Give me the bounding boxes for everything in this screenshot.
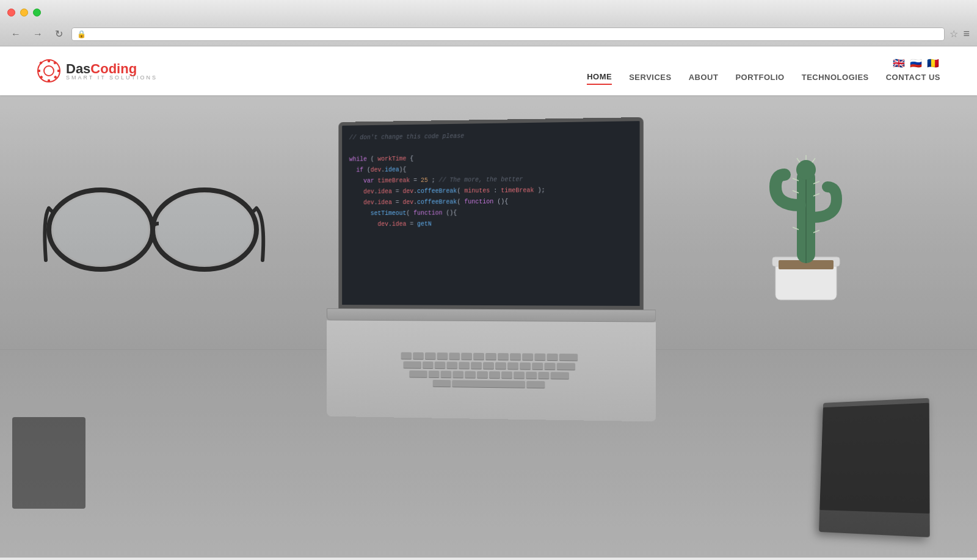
svg-rect-4	[37, 70, 40, 72]
svg-line-30	[812, 158, 815, 162]
main-nav: HOME SERVICES ABOUT PORTFOLIO TECHNOLOGI…	[587, 72, 940, 85]
close-button[interactable]	[7, 9, 15, 16]
laptop-screen: // don't change this code please while (…	[338, 117, 643, 310]
logo-icon	[37, 59, 61, 83]
browser-toolbar: ← → ↻ 🔒 ☆ ≡	[0, 24, 977, 46]
tablet-right	[819, 398, 930, 537]
site-header: DasCoding SMART IT SOLUTIONS 🇬🇧 🇷🇺 🇷🇴 HO…	[0, 46, 977, 95]
header-right: 🇬🇧 🇷🇺 🇷🇴 HOME SERVICES ABOUT PORTFOLIO T…	[587, 57, 940, 85]
monitor-left	[12, 417, 85, 509]
nav-portfolio[interactable]: PORTFOLIO	[735, 73, 784, 84]
browser-chrome: ← → ↻ 🔒 ☆ ≡	[0, 0, 977, 46]
svg-point-1	[44, 66, 54, 76]
browser-menu-button[interactable]: ≡	[963, 27, 970, 40]
hero-section: // don't change this code please while (…	[0, 95, 977, 558]
bookmark-button[interactable]: ☆	[950, 28, 958, 40]
svg-point-11	[53, 194, 148, 265]
svg-rect-8	[53, 61, 57, 65]
svg-rect-5	[57, 70, 60, 72]
svg-rect-3	[48, 79, 50, 82]
svg-rect-2	[48, 59, 50, 62]
back-button[interactable]: ←	[7, 27, 24, 41]
laptop-keyboard	[327, 321, 656, 422]
cactus-decoration	[757, 132, 855, 303]
nav-home[interactable]: HOME	[587, 72, 612, 85]
nav-about[interactable]: ABOUT	[689, 73, 719, 84]
browser-titlebar	[0, 0, 977, 24]
traffic-lights	[7, 9, 41, 16]
forward-button[interactable]: →	[29, 27, 46, 41]
website-content: DasCoding SMART IT SOLUTIONS 🇬🇧 🇷🇺 🇷🇴 HO…	[0, 46, 977, 558]
refresh-button[interactable]: ↻	[51, 27, 67, 41]
logo-subtitle: SMART IT SOLUTIONS	[66, 75, 158, 81]
security-icon: 🔒	[77, 30, 86, 38]
lang-ro[interactable]: 🇷🇴	[927, 57, 940, 67]
nav-contact[interactable]: CONTACT US	[886, 73, 940, 84]
maximize-button[interactable]	[33, 9, 41, 16]
nav-technologies[interactable]: TECHNOLOGIES	[802, 73, 869, 84]
logo-area[interactable]: DasCoding SMART IT SOLUTIONS	[37, 59, 158, 83]
code-editor: // don't change this code please while (…	[342, 121, 639, 306]
glasses-decoration	[37, 169, 269, 303]
svg-point-27	[796, 160, 816, 180]
nav-services[interactable]: SERVICES	[629, 73, 672, 84]
laptop: // don't change this code please while (…	[338, 117, 643, 421]
lang-ru[interactable]: 🇷🇺	[910, 57, 923, 67]
svg-point-13	[157, 194, 252, 265]
address-bar[interactable]: 🔒	[71, 27, 945, 41]
svg-line-29	[797, 158, 800, 162]
lang-en[interactable]: 🇬🇧	[893, 57, 906, 67]
language-selector: 🇬🇧 🇷🇺 🇷🇴	[893, 57, 940, 67]
minimize-button[interactable]	[20, 9, 28, 16]
